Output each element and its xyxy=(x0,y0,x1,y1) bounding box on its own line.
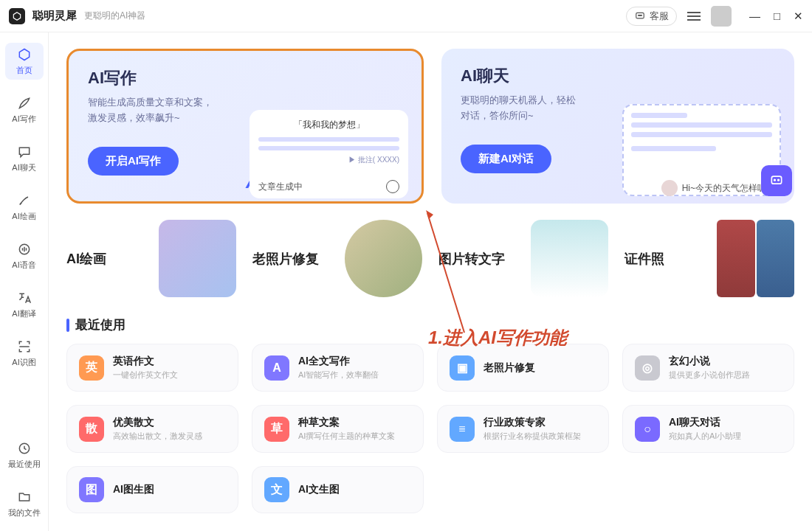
recent-icon: ◎ xyxy=(635,355,660,381)
svg-marker-0 xyxy=(13,12,20,20)
annotation-text: 1.进入AI写作功能 xyxy=(428,326,567,350)
recent-sub: 根据行业名称提供政策框架 xyxy=(484,431,581,442)
recent-title: 英语作文 xyxy=(113,355,178,368)
recent-icon: ○ xyxy=(635,417,660,442)
chat-bubble-user: Hi~今天的天气怎样呢 xyxy=(661,180,766,196)
minimize-button[interactable]: — xyxy=(749,10,760,23)
feature-title: 图片转文字 xyxy=(438,250,505,268)
hero-writing-card[interactable]: AI写作 智能生成高质量文章和文案， 激发灵感，效率飙升~ 开启AI写作 AI … xyxy=(66,49,424,204)
history-icon xyxy=(16,440,32,457)
hero-chat-card[interactable]: AI聊天 更聪明的聊天机器人，轻松 对话，答你所问~ 新建AI对话 Hi~今天的… xyxy=(441,49,794,204)
recent-icon: 散 xyxy=(79,417,104,442)
recent-sub: AI撰写任何主题的种草文案 xyxy=(298,431,395,442)
writing-preview: 「我和我的梦想」 ▶ 批注( XXXX) 文章生成中 xyxy=(250,110,408,198)
recent-icon: ≡ xyxy=(450,417,475,442)
recent-item[interactable]: 英 英语作文一键创作英文作文 xyxy=(66,344,238,392)
nav-home[interactable]: 首页 xyxy=(5,43,44,80)
feature-ocr[interactable]: 图片转文字 xyxy=(438,220,608,297)
recent-item[interactable]: 草 种草文案AI撰写任何主题的种草文案 xyxy=(252,405,424,453)
nav-translate[interactable]: AI翻译 xyxy=(5,286,44,323)
recent-icon: A xyxy=(264,355,289,381)
generating-label: 文章生成中 xyxy=(258,181,303,193)
recent-item[interactable]: ▣ 老照片修复 xyxy=(437,344,609,392)
recent-item[interactable]: A AI全文写作AI智能写作，效率翻倍 xyxy=(252,344,424,392)
recent-item[interactable]: 文 AI文生图 xyxy=(252,466,424,513)
feature-title: AI绘画 xyxy=(66,250,106,268)
recent-item[interactable]: 散 优美散文高效输出散文，激发灵感 xyxy=(66,405,238,453)
svg-point-9 xyxy=(774,179,776,181)
maximize-button[interactable]: □ xyxy=(774,10,780,23)
batch-label: ▶ 批注( XXXX) xyxy=(258,155,399,165)
recent-icon: 文 xyxy=(264,477,289,502)
nav-scan[interactable]: AI识图 xyxy=(5,335,44,372)
start-writing-button[interactable]: 开启AI写作 xyxy=(88,147,179,176)
menu-icon[interactable] xyxy=(687,12,701,21)
recent-sub: 一键创作英文作文 xyxy=(113,369,178,381)
folder-icon xyxy=(16,489,32,505)
feature-restore[interactable]: 老照片修复 xyxy=(252,220,422,297)
feature-idphoto[interactable]: 证件照 xyxy=(625,220,794,297)
svg-marker-5 xyxy=(19,49,29,60)
nav-label: AI绘画 xyxy=(12,211,35,222)
user-avatar-icon xyxy=(661,180,678,196)
svg-point-2 xyxy=(639,15,639,15)
nav-label: AI语音 xyxy=(12,260,35,271)
chat-fab-icon xyxy=(761,165,792,196)
feature-image xyxy=(717,220,794,297)
recent-item[interactable]: 图 AI图生图 xyxy=(66,466,238,513)
recent-title: 优美散文 xyxy=(113,416,202,429)
app-subtitle: 更聪明的AI神器 xyxy=(84,10,145,22)
recent-item[interactable]: ○ AI聊天对话宛如真人的AI小助理 xyxy=(622,405,794,453)
recent-title: AI文生图 xyxy=(298,483,340,496)
svg-rect-8 xyxy=(771,176,781,184)
pen-icon xyxy=(16,95,32,111)
feature-draw[interactable]: AI绘画 xyxy=(66,220,236,297)
recent-icon: ▣ xyxy=(450,355,475,381)
user-avatar[interactable] xyxy=(711,6,732,27)
feature-image xyxy=(531,220,608,297)
nav-writing[interactable]: AI写作 xyxy=(5,91,44,128)
close-button[interactable]: ✕ xyxy=(794,10,803,23)
feature-title: 老照片修复 xyxy=(252,250,319,268)
support-label: 客服 xyxy=(650,10,669,23)
nav-draw[interactable]: AI绘画 xyxy=(5,189,44,226)
app-logo-icon xyxy=(9,8,25,24)
recent-title: 玄幻小说 xyxy=(669,355,750,368)
feature-image xyxy=(345,220,422,297)
svg-point-3 xyxy=(639,15,640,15)
recent-icon: 英 xyxy=(79,355,104,381)
mic-icon xyxy=(16,241,32,257)
recent-sub: 高效输出散文，激发灵感 xyxy=(113,431,202,442)
hero-desc: 更聪明的聊天机器人，轻松 对话，答你所问~ xyxy=(461,93,593,124)
recent-title: 行业政策专家 xyxy=(484,416,581,429)
brush-icon xyxy=(16,192,32,209)
new-chat-button[interactable]: 新建AI对话 xyxy=(461,145,551,173)
nav-label: AI写作 xyxy=(12,114,35,125)
nav-label: AI翻译 xyxy=(12,308,35,319)
spinner-icon xyxy=(386,180,399,193)
hero-desc: 智能生成高质量文章和文案， 激发灵感，效率飙升~ xyxy=(88,95,221,126)
recent-sub: AI智能写作，效率翻倍 xyxy=(298,369,379,381)
nav-voice[interactable]: AI语音 xyxy=(5,237,44,274)
nav-label: 最近使用 xyxy=(8,459,41,470)
recent-item[interactable]: ≡ 行业政策专家根据行业名称提供政策框架 xyxy=(437,405,609,453)
hero-title: AI写作 xyxy=(88,67,402,89)
nav-chat[interactable]: AI聊天 xyxy=(5,140,44,177)
home-icon xyxy=(16,46,32,63)
recent-sub: 提供更多小说创作思路 xyxy=(669,369,750,381)
feature-image xyxy=(159,220,236,297)
support-button[interactable]: 客服 xyxy=(626,7,677,26)
recent-item[interactable]: ◎ 玄幻小说提供更多小说创作思路 xyxy=(622,344,794,392)
svg-point-4 xyxy=(641,15,641,15)
translate-icon xyxy=(16,290,32,306)
nav-label: 首页 xyxy=(16,65,32,76)
nav-recent[interactable]: 最近使用 xyxy=(5,437,44,473)
recent-title: 老照片修复 xyxy=(484,361,535,375)
recent-title: 种草文案 xyxy=(298,416,395,429)
nav-label: AI识图 xyxy=(12,357,35,368)
recent-title: AI图生图 xyxy=(113,483,154,496)
titlebar: 聪明灵犀 更聪明的AI神器 客服 — □ ✕ xyxy=(0,0,812,32)
recent-grid: 英 英语作文一键创作英文作文A AI全文写作AI智能写作，效率翻倍▣ 老照片修复… xyxy=(66,344,794,513)
recent-sub: 宛如真人的AI小助理 xyxy=(669,431,741,442)
nav-files[interactable]: 我的文件 xyxy=(5,485,44,522)
